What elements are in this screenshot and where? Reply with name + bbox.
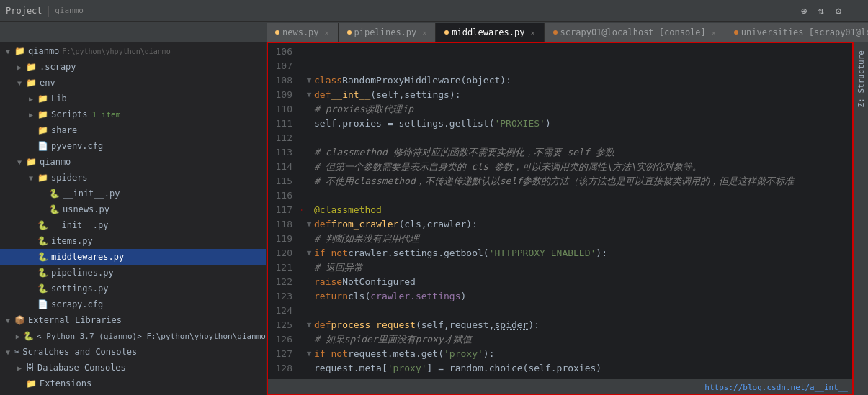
tab-news[interactable]: news.py ✕ [267,23,339,42]
main-layout: ▼ 📁 qianmo F:\python\yhpython\qianmo ▶ 📁… [0,42,868,395]
folder-icon: 📁 [14,46,25,56]
folder-icon: 📁 [37,173,48,183]
tree-label: < Python 3.7 (qianmo)> F:\python\yhpytho… [37,332,266,341]
python-icon: 🐍 [49,189,60,199]
settings-icon[interactable]: ⚙ [832,4,845,17]
python-icon: 🐍 [49,204,60,214]
code-line-120: ▼ if not crawler.settings.getbool('HTTPP… [301,246,842,260]
tree-item-database-consoles[interactable]: ▶ 🗄 Database Consoles [0,360,266,376]
database-icon: 🗄 [26,363,35,373]
fold-120[interactable]: ▼ [304,246,314,260]
tab-universities-label: universities [scrapy01@localhost] [741,27,868,37]
code-line-115: # 不使用classmethod，不传递传递默认以self参数的方法（该方法也是… [301,174,842,189]
tree-item-middlewares[interactable]: 🐍 middlewares.py [0,249,266,265]
tab-pipelines[interactable]: pipelines.py ✕ [339,23,437,42]
python-icon: 🐍 [23,331,34,341]
tree-item-qianmo-inner[interactable]: ▼ 📁 qianmo [0,154,266,170]
sync-icon[interactable]: ⇅ [815,4,828,17]
editor-area: 106 107 108 109 110 111 112 113 114 115 … [267,42,854,395]
tree-item-python37[interactable]: ▶ 🐍 < Python 3.7 (qianmo)> F:\python\yhp… [0,328,266,344]
status-bar: https://blog.csdn.net/a__int__ [267,379,854,395]
tree-item-scrapy-cfg[interactable]: 📄 scrapy.cfg [0,296,266,312]
code-line-127: ▼ if not request.meta.get('proxy'): [301,347,842,361]
tree-item-spider-init[interactable]: 🐍 __init__.py [0,186,266,201]
tree-label-scratches: Scratches and Consoles [22,347,137,357]
line-numbers: 106 107 108 109 110 111 112 113 114 115 … [267,45,301,379]
tree-item-extensions[interactable]: 📁 Extensions [0,376,266,391]
tab-scrapy-label: scrapy01@localhost [console] [560,27,706,37]
code-line-109: ▼ def __int__(self, settings): [301,88,842,102]
folder-icon: 📁 [26,378,37,389]
tree-item-share[interactable]: 📁 share [0,122,266,138]
code-line-119: # 判断如果没有启用代理 [301,232,842,246]
code-line-118: ▼ def from_crawler(cls, crawler): [301,217,842,232]
tree-label: __init__.py [51,220,108,230]
tabs-bar: news.py ✕ pipelines.py ✕ middlewares.py … [0,22,868,42]
tree-item-lib[interactable]: ▶ 📁 Lib [0,91,266,106]
tree-item-scratches[interactable]: ▼ ✂ Scratches and Consoles [0,344,266,360]
library-icon: 📦 [14,315,25,325]
tab-news-close[interactable]: ✕ [325,29,329,37]
tree-item-scripts[interactable]: ▶ 📁 Scripts 1 item [0,106,266,122]
fold-118[interactable]: ▼ [304,217,314,232]
fold-108[interactable]: ▼ [304,73,314,88]
tab-dot-news [275,30,279,35]
tree-item-pyvenv[interactable]: 📄 pyvenv.cfg [0,138,266,154]
code-line-128: request.meta['proxy'] = random.choice(se… [301,361,842,376]
file-icon: 📄 [37,299,48,309]
classname: RandomProxyMiddleware [342,73,460,88]
red-arrow-annotation [301,202,305,218]
tab-pipelines-close[interactable]: ✕ [422,29,426,37]
folder-icon: 📁 [26,78,37,88]
code-line-114: # 但第一个参数需要是表示自身类的 cls 参数，可以来调用类的属性\方法\实例… [301,160,842,174]
fold-125[interactable]: ▼ [304,318,314,332]
tree-item-init[interactable]: 🐍 __init__.py [0,217,266,233]
scratches-icon: ✂ [14,347,19,357]
tree-item-env[interactable]: ▼ 📁 env [0,75,266,91]
tree-label: share [51,125,77,135]
structure-panel[interactable]: Z: Structure [854,42,868,395]
tree-item-usnews[interactable]: 🐍 usnews.py [0,201,266,217]
tree-label: Scripts [51,109,88,119]
tab-scrapy-close[interactable]: ✕ [712,29,716,37]
code-line-110: # proxies读取代理ip [301,102,842,117]
tab-middlewares[interactable]: middlewares.py ✕ [436,23,544,42]
fold-127[interactable]: ▼ [304,347,314,361]
code-content[interactable]: ▼ class RandomProxyMiddleware(object): ▼… [301,45,854,379]
tree-item-qianmo-root[interactable]: ▼ 📁 qianmo F:\python\yhpython\qianmo [0,43,266,59]
path-label: qianmo [55,6,84,15]
tree-item-spiders[interactable]: ▼ 📁 spiders [0,170,266,186]
tree-label: scrapy.cfg [51,299,103,309]
scripts-badge: 1 item [92,110,121,119]
sidebar: ▼ 📁 qianmo F:\python\yhpython\qianmo ▶ 📁… [0,42,267,395]
project-menu[interactable]: Project [6,6,42,16]
tree-label: pipelines.py [51,268,114,278]
tab-universities[interactable]: universities [scrapy01@localhost] ✕ [725,23,868,42]
collapse-icon[interactable]: — [849,4,862,17]
tree-label: Lib [51,94,67,104]
code-line-113: # classmethod 修饰符对应的函数不需要实例化，不需要 self 参数 [301,145,842,160]
tab-dot-middlewares [444,30,449,35]
fold-109[interactable]: ▼ [304,88,314,102]
code-line-126: # 如果spider里面没有proxy才赋值 [301,332,842,347]
code-line-111: self.proxies = settings.getlist('PROXIES… [301,117,842,131]
code-line-116 [301,189,842,203]
status-url[interactable]: https://blog.csdn.net/a__int__ [704,383,848,392]
tree-label: __init__.py [63,189,120,199]
tab-dot-scrapy [553,30,558,35]
tab-middlewares-close[interactable]: ✕ [531,29,535,37]
tree-item-settings[interactable]: 🐍 settings.py [0,281,266,296]
python-icon: 🐍 [37,283,48,294]
folder-icon: 📁 [26,157,37,167]
add-icon[interactable]: ⊕ [797,4,810,17]
tab-scrapy-console[interactable]: scrapy01@localhost [console] ✕ [545,23,725,42]
tree-item-scrapy[interactable]: ▶ 📁 .scrapy [0,59,266,75]
code-line-129 [301,376,842,379]
code-line-124 [301,304,842,318]
tree-item-pipelines[interactable]: 🐍 pipelines.py [0,265,266,281]
structure-label: Z: Structure [856,50,866,107]
tree-item-external-libraries[interactable]: ▼ 📦 External Libraries [0,312,266,328]
code-area[interactable]: 106 107 108 109 110 111 112 113 114 115 … [267,42,854,379]
tree-item-items[interactable]: 🐍 items.py [0,233,266,249]
file-tree: ▼ 📁 qianmo F:\python\yhpython\qianmo ▶ 📁… [0,42,266,395]
